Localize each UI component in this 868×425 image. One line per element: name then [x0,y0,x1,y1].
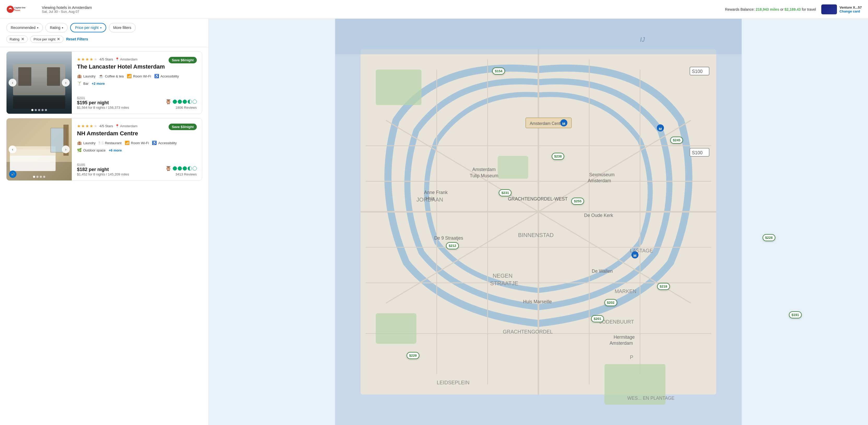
star-2: ★ [81,57,85,62]
star-3: ★ [85,124,89,129]
hotel-image-area-2: ‹ › 🔊 [6,119,72,181]
circle-3 [183,166,187,170]
amenity-wifi: 📶 Room Wi-Fi [127,74,151,78]
dot-1 [33,176,35,178]
prev-image-btn-2[interactable]: ‹ [9,145,17,153]
amenity-coffee: ☕ Coffee & tea [99,74,124,78]
sound-icon[interactable]: 🔊 [9,170,17,178]
hotel-info-2: ★ ★ ★ ★ ★ 4/5 Stars 📍 Amsterdam [72,119,202,181]
rating-chevron-icon: ▾ [62,26,63,29]
more-amenities: 🍸 Bar +2 more [77,81,197,86]
pin-icon-2: 📍 [115,124,119,128]
hotel-header: ★ ★ ★ ★ ★ 4/5 Stars 📍 Amsterdam [77,57,197,63]
rewards-label: Rewards Balance: [725,7,756,11]
price-pin[interactable]: $228 [763,234,775,241]
for-travel: for travel [802,7,816,11]
amenity-outdoor: 🌿 Outdoor space [77,148,105,153]
tripadvisor-rating: 🦉 [165,99,197,104]
filter-buttons: Recommended ▾ Rating ▾ Price per night ▾… [6,23,202,32]
recommended-filter-btn[interactable]: Recommended ▾ [6,23,43,32]
more-amenities-link-2[interactable]: +6 more [108,149,122,152]
price-pin[interactable]: $238 [552,153,564,160]
circle-5 [193,100,197,104]
dot-5 [45,109,47,111]
price-pin[interactable]: $255 [571,198,584,205]
next-image-btn[interactable]: › [62,79,70,87]
hotel-stars: ★ ★ ★ ★ ★ [77,57,97,62]
location-text: Amsterdam [120,57,137,61]
hotel-footer-2: $185 $182 per night $1,452 for 8 nights … [77,163,197,176]
logo-area: Capital One Travel [6,4,38,14]
price-pin[interactable]: $219 [657,283,670,290]
hotel-name-2: NH Amsterdam Centre [77,130,197,137]
dot-2 [35,109,37,111]
map-container[interactable]: IJ JORDAAN BINNENSTAD NEGEN STRAATJE GRA… [209,19,868,425]
price-pin[interactable]: $154 [492,68,505,74]
rating-filter-btn[interactable]: Rating ▾ [45,23,68,32]
header: Capital One Travel Viewing hotels in Ams… [0,0,868,19]
price-per-night-filter-btn[interactable]: Price per night ▾ [70,23,106,32]
next-image-btn-2[interactable]: › [62,145,70,153]
header-right: Rewards Balance: 218,943 miles or $2,189… [725,4,862,14]
hotel-image-area: ‹ › [6,52,72,114]
more-amenities-link[interactable]: +2 more [92,81,105,86]
active-filters: Rating ✕ Price per night ✕ Reset Filters [6,35,202,43]
more-filters-btn[interactable]: More filters [109,23,136,32]
wifi-icon-2: 📶 [125,140,130,145]
price-tag-close-icon[interactable]: ✕ [57,37,60,41]
amenity-accessibility-2: ♿ Accessibility [152,140,177,145]
viewing-text: Viewing hotels in Amsterdam [42,5,92,10]
hotel-card[interactable]: ‹ › ★ [6,52,202,114]
amenity-bar: 🍸 Bar [77,81,89,86]
reset-filters-btn[interactable]: Reset Filters [66,37,88,41]
price-pin[interactable]: $229 [407,352,420,359]
rating-label: Rating [50,26,60,30]
amenity-outdoor-label: Outdoor space [83,149,105,152]
save-badge-2: Save $3/night [168,124,197,130]
dot-4 [43,176,45,178]
hotel-footer: $201 $195 per night $1,564 for 8 nights … [77,96,197,109]
star-1: ★ [77,57,81,62]
rating-tag: Rating ✕ [6,35,28,43]
coffee-icon: ☕ [99,74,103,78]
location-text-2: Amsterdam [120,124,137,128]
amenity-coffee-label: Coffee & tea [105,74,124,78]
change-card-link[interactable]: Change card [840,9,860,13]
tripadvisor-rating-2: 🦉 [165,166,197,171]
map-panel: IJ JORDAAN BINNENSTAD NEGEN STRAATJE GRA… [209,19,868,425]
price-pin[interactable]: $212 [446,242,459,249]
original-price: $201 [77,96,129,100]
original-price-2: $185 [77,163,129,167]
rating-tag-close-icon[interactable]: ✕ [21,37,24,41]
amenities-2: 🏨 Laundry 🍽️ Restaurant 📶 Room Wi-Fi [77,140,197,145]
dot-3 [40,176,42,178]
tripadvisor-logo-2: 🦉 [165,166,171,171]
price-pin[interactable]: $191 [789,311,802,318]
more-filters-label: More filters [113,26,131,30]
amenity-accessibility: ♿ Accessibility [154,74,179,78]
rating-reviews: 🦉 1806 Reviews [165,99,197,109]
star-1: ★ [77,124,81,129]
price-pin[interactable]: $231 [499,189,512,196]
hotel-name: The Lancaster Hotel Amsterdam [77,63,197,70]
card-name: Venture X...57 [840,5,862,9]
dot-1 [31,109,33,111]
circle-3 [183,100,187,104]
price-area: $201 $195 per night $1,564 for 8 nights … [77,96,129,109]
location: 📍 Amsterdam [115,57,137,61]
amenity-wifi-label: Room Wi-Fi [133,74,151,78]
svg-text:Capital One: Capital One [14,6,26,9]
pin-icon: 📍 [115,57,119,61]
price-pin[interactable]: $202 [604,299,617,306]
dollars-amount: $2,189.43 [784,7,801,11]
prev-image-btn[interactable]: ‹ [9,79,17,87]
hotel-card[interactable]: ‹ › 🔊 ★ [6,118,202,181]
image-dots [31,109,47,111]
or-label: or [780,7,784,11]
dates: Sat, Jul 30 - Sun, Aug 07 [42,10,92,13]
amenity-restaurant: 🍽️ Restaurant [99,140,122,145]
star-label-2: 4/5 Stars [99,124,113,128]
price-pin[interactable]: $201 [591,315,604,322]
price-pin[interactable]: $245 [670,137,683,144]
filters-bar: Recommended ▾ Rating ▾ Price per night ▾… [0,19,209,47]
